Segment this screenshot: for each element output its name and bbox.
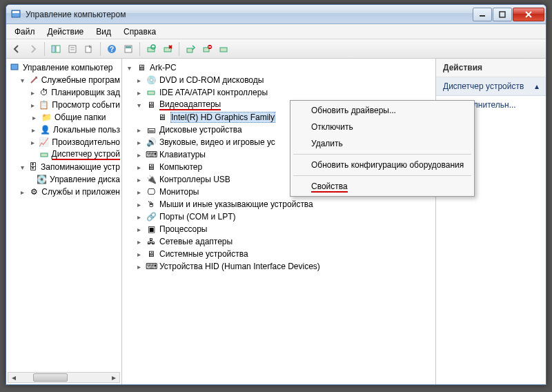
tree-root[interactable]: Управление компьютер — [8, 61, 120, 74]
svg-rect-8 — [69, 46, 76, 52]
device-category-ide[interactable]: ▸ IDE ATA/ATAPI контроллеры — [124, 86, 434, 99]
node-label: Intel(R) HD Graphics Family — [170, 112, 275, 123]
expand-icon[interactable]: ▸ — [135, 163, 143, 171]
collapse-icon[interactable]: ▾ — [19, 163, 26, 171]
tree-system-tools[interactable]: ▾ Служебные програм — [8, 74, 120, 86]
cm-disable[interactable]: Отключить — [292, 119, 473, 135]
expand-icon[interactable]: ▸ — [135, 225, 143, 233]
tree-task-scheduler[interactable]: ▸ ⏱ Планировщик зад — [8, 86, 120, 99]
expand-icon[interactable]: ▸ — [30, 138, 36, 146]
menubar: Файл Действие Вид Справка — [6, 24, 546, 39]
nav-back-icon[interactable] — [9, 41, 24, 57]
svg-rect-27 — [41, 153, 48, 157]
blank-icon — [30, 150, 37, 159]
expand-icon[interactable]: ▸ — [135, 250, 143, 258]
menu-view[interactable]: Вид — [90, 26, 117, 38]
system-device-icon: 🖥 — [146, 248, 157, 259]
hdd-icon: 🖴 — [146, 124, 157, 135]
expand-icon[interactable]: ▸ — [135, 213, 143, 221]
properties-icon[interactable] — [65, 41, 80, 57]
device-category-dvd[interactable]: ▸ 💿 DVD и CD-ROM дисководы — [124, 74, 434, 86]
tree-performance[interactable]: ▸ 📈 Производительно — [8, 136, 120, 148]
toolbar: ? — [6, 39, 546, 59]
collapse-icon[interactable]: ▾ — [125, 63, 133, 72]
cm-uninstall[interactable]: Удалить — [292, 135, 473, 152]
display-adapter-icon: 🖥 — [157, 112, 168, 123]
device-category-mouse[interactable]: ▸ 🖱 Мыши и иные указывающие устройства — [124, 198, 434, 210]
context-menu: Обновить драйверы... Отключить Удалить О… — [290, 100, 475, 197]
expand-icon[interactable]: ▸ — [30, 126, 37, 134]
expand-icon[interactable]: ▸ — [135, 76, 143, 84]
minimize-button[interactable] — [473, 8, 492, 21]
node-label: DVD и CD-ROM дисководы — [159, 75, 264, 85]
expand-icon[interactable]: ▸ — [135, 175, 143, 184]
uninstall-icon[interactable] — [160, 41, 175, 57]
node-label: Планировщик зад — [51, 88, 120, 97]
help-icon[interactable]: ? — [104, 41, 119, 57]
refresh-icon[interactable] — [121, 41, 136, 57]
disable-icon[interactable] — [199, 41, 215, 57]
node-label: Производительно — [52, 137, 120, 147]
update-driver-icon[interactable] — [183, 41, 198, 57]
expand-icon[interactable]: ▸ — [135, 237, 143, 246]
display-adapter-icon: 🖥 — [146, 99, 157, 110]
expand-icon[interactable]: ▸ — [30, 101, 36, 109]
node-label: Видеоадаптеры — [159, 99, 221, 110]
collapse-icon[interactable]: ▾ — [19, 76, 26, 84]
expand-icon[interactable]: ▸ — [30, 88, 37, 97]
menu-action[interactable]: Действие — [42, 26, 90, 38]
nav-forward-icon[interactable] — [26, 41, 41, 57]
tree-storage[interactable]: ▾ 🗄 Запоминающие устр — [8, 161, 120, 173]
tree-device-manager[interactable]: Диспетчер устрой — [8, 148, 120, 161]
separator — [44, 42, 45, 56]
scroll-left-icon[interactable]: ◂ — [8, 373, 19, 382]
svg-rect-25 — [220, 48, 227, 52]
expand-icon[interactable]: ▸ — [19, 188, 26, 196]
tree-services-apps[interactable]: ▸ ⚙ Службы и приложен — [8, 186, 120, 198]
scroll-right-icon[interactable]: ▸ — [108, 373, 119, 382]
expand-icon[interactable]: ▸ — [135, 262, 143, 271]
expand-icon[interactable]: ▸ — [135, 88, 143, 97]
cm-update-drivers[interactable]: Обновить драйверы... — [292, 102, 473, 119]
disk-icon: 💽 — [37, 174, 47, 185]
tree-event-viewer[interactable]: ▸ 📋 Просмотр событи — [8, 99, 120, 111]
device-category-network[interactable]: ▸ 🖧 Сетевые адаптеры — [124, 235, 434, 248]
menu-help[interactable]: Справка — [118, 26, 161, 38]
close-button[interactable] — [513, 8, 544, 21]
tree-disk-management[interactable]: 💽 Управление диска — [8, 173, 120, 186]
monitor-icon: 🖵 — [146, 186, 157, 197]
usb-icon: 🔌 — [146, 174, 157, 185]
expand-icon[interactable]: ▸ — [135, 138, 143, 146]
scroll-thumb[interactable] — [33, 373, 68, 382]
expand-icon[interactable]: ▸ — [135, 188, 143, 196]
collapse-icon[interactable]: ▾ — [135, 101, 143, 109]
device-category-hid[interactable]: ▸ ⌨ Устройства HID (Human Interface Devi… — [124, 260, 434, 273]
window-title: Управление компьютером — [26, 10, 126, 19]
enable-icon[interactable] — [216, 41, 231, 57]
actions-title: Действия — [436, 59, 546, 77]
export-icon[interactable] — [81, 41, 97, 57]
cm-properties[interactable]: Свойства — [292, 178, 473, 195]
horizontal-scrollbar[interactable]: ◂ ▸ — [8, 372, 120, 383]
device-category-system[interactable]: ▸ 🖥 Системные устройства — [124, 248, 434, 260]
expand-icon[interactable]: ▸ — [135, 200, 143, 208]
expand-icon[interactable]: ▸ — [135, 150, 143, 159]
menu-file[interactable]: Файл — [9, 26, 41, 38]
tree-local-users[interactable]: ▸ 👤 Локальные польз — [8, 124, 120, 136]
scan-hardware-icon[interactable] — [144, 41, 159, 57]
svg-rect-1 — [12, 11, 19, 13]
titlebar[interactable]: Управление компьютером — [6, 5, 546, 24]
svg-rect-6 — [52, 46, 55, 52]
tree-shared-folders[interactable]: ▸ 📁 Общие папки — [8, 111, 120, 124]
expand-icon[interactable]: ▸ — [135, 126, 143, 134]
device-category-cpu[interactable]: ▸ ▣ Процессоры — [124, 223, 434, 235]
maximize-button[interactable] — [493, 8, 512, 21]
chevron-up-icon: ▴ — [535, 81, 539, 91]
device-root[interactable]: ▾ 🖥 Ark-PC — [124, 61, 434, 74]
show-hide-tree-icon[interactable] — [48, 41, 63, 57]
node-label: Общие папки — [55, 112, 106, 122]
cm-scan-hardware[interactable]: Обновить конфигурацию оборудования — [292, 157, 473, 173]
actions-section-header[interactable]: Диспетчер устройств ▴ — [436, 77, 546, 96]
device-category-ports[interactable]: ▸ 🔗 Порты (COM и LPT) — [124, 210, 434, 223]
expand-icon[interactable]: ▸ — [30, 113, 38, 121]
